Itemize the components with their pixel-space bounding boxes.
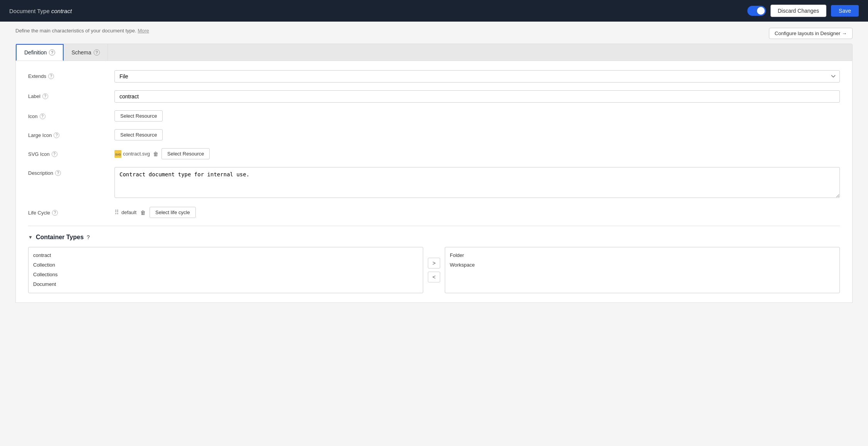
svg-text:SVG: SVG <box>115 153 121 156</box>
icon-help-icon: ? <box>40 113 45 119</box>
right-list[interactable]: Folder Workspace <box>445 247 840 293</box>
icon-control: Select Resource <box>114 110 840 122</box>
file-badge: SVG contract.svg <box>114 150 150 158</box>
lifecycle-badge: ⠿ default <box>114 209 136 216</box>
description-row: Description ? Contract document type for… <box>28 167 840 199</box>
label-help-icon: ? <box>42 93 48 99</box>
file-icon: SVG <box>114 150 121 158</box>
topbar: Document Type contract Discard Changes S… <box>0 0 868 22</box>
delete-lifecycle-icon[interactable]: 🗑 <box>140 209 146 216</box>
page-title: Document Type contract <box>9 8 72 14</box>
lifecycle-dots-icon: ⠿ <box>114 209 119 216</box>
lifecycle-row: Life Cycle ? ⠿ default 🗑 Select life cyc… <box>28 207 840 218</box>
more-link[interactable]: More <box>138 28 149 34</box>
extends-help-icon: ? <box>48 73 54 79</box>
list-item[interactable]: contract <box>29 250 423 260</box>
container-types-help-icon: ? <box>87 234 90 240</box>
large-icon-label: Large Icon ? <box>28 129 105 138</box>
svg-icon-label: SVG Icon ? <box>28 148 105 157</box>
lifecycle-label: Life Cycle ? <box>28 207 105 216</box>
extends-row: Extends ? File Document Folder <box>28 70 840 83</box>
svg-icon-help-icon: ? <box>52 151 57 157</box>
list-item[interactable]: Folder <box>445 250 839 260</box>
icon-select-button[interactable]: Select Resource <box>114 110 163 122</box>
description-control: Contract document type for internal use. <box>114 167 840 199</box>
svg-filename: contract.svg <box>123 151 150 157</box>
large-icon-control: Select Resource <box>114 129 840 140</box>
discard-button[interactable]: Discard Changes <box>770 5 826 17</box>
toggle-switch[interactable] <box>747 6 766 16</box>
container-types-header: ▼ Container Types ? <box>28 234 840 241</box>
left-list[interactable]: contract Collection Collections Document <box>28 247 423 293</box>
main-content: Definition ? Schema ? Extends ? File Doc… <box>0 44 868 318</box>
lifecycle-help-icon: ? <box>52 210 58 216</box>
large-icon-row: Large Icon ? Select Resource <box>28 129 840 140</box>
tab-definition[interactable]: Definition ? <box>16 44 64 61</box>
lifecycle-select-button[interactable]: Select life cycle <box>150 207 196 218</box>
designer-button[interactable]: Configure layouts in Designer → <box>769 28 853 39</box>
large-icon-help-icon: ? <box>54 132 59 138</box>
svg-icon-row-inner: SVG contract.svg 🗑 Select Resource <box>114 148 840 159</box>
large-icon-select-button[interactable]: Select Resource <box>114 129 163 140</box>
label-control <box>114 90 840 103</box>
label-input[interactable] <box>114 90 840 103</box>
description-input[interactable]: Contract document type for internal use. <box>114 167 840 198</box>
section-divider <box>28 226 840 226</box>
tab-schema[interactable]: Schema ? <box>64 44 108 61</box>
list-item[interactable]: Document <box>29 279 423 289</box>
icon-row: Icon ? Select Resource <box>28 110 840 122</box>
tabs: Definition ? Schema ? <box>15 44 853 61</box>
save-button[interactable]: Save <box>831 5 859 17</box>
container-types-title: Container Types <box>36 234 84 241</box>
description-help-icon: ? <box>55 170 61 176</box>
dual-list: contract Collection Collections Document… <box>28 247 840 293</box>
description-label: Description ? <box>28 167 105 176</box>
transfer-left-button[interactable]: < <box>428 272 440 282</box>
list-item[interactable]: Workspace <box>445 260 839 270</box>
svg-select-button[interactable]: Select Resource <box>161 148 210 159</box>
delete-svg-icon[interactable]: 🗑 <box>153 151 158 157</box>
schema-help-icon: ? <box>94 49 100 56</box>
label-label: Label ? <box>28 90 105 99</box>
extends-label: Extends ? <box>28 70 105 79</box>
subheader: Define the main characteristics of your … <box>0 22 868 44</box>
transfer-buttons: > < <box>428 258 440 282</box>
transfer-right-button[interactable]: > <box>428 258 440 269</box>
chevron-down-icon[interactable]: ▼ <box>28 235 33 240</box>
list-item[interactable]: Collection <box>29 260 423 270</box>
label-row: Label ? <box>28 90 840 103</box>
subheader-description: Define the main characteristics of your … <box>15 28 149 34</box>
icon-label: Icon ? <box>28 110 105 119</box>
lifecycle-value: default <box>121 209 136 215</box>
lifecycle-control: ⠿ default 🗑 Select life cycle <box>114 207 840 218</box>
extends-select[interactable]: File Document Folder <box>114 70 840 83</box>
list-item[interactable]: Collections <box>29 270 423 279</box>
extends-control: File Document Folder <box>114 70 840 83</box>
svg-icon-control: SVG contract.svg 🗑 Select Resource <box>114 148 840 159</box>
topbar-actions: Discard Changes Save <box>747 5 859 17</box>
form-area: Extends ? File Document Folder Label ? <box>15 61 853 303</box>
svg-icon-row: SVG Icon ? SVG contract.svg 🗑 <box>28 148 840 159</box>
lifecycle-row-inner: ⠿ default 🗑 Select life cycle <box>114 207 840 218</box>
definition-help-icon: ? <box>49 49 55 56</box>
